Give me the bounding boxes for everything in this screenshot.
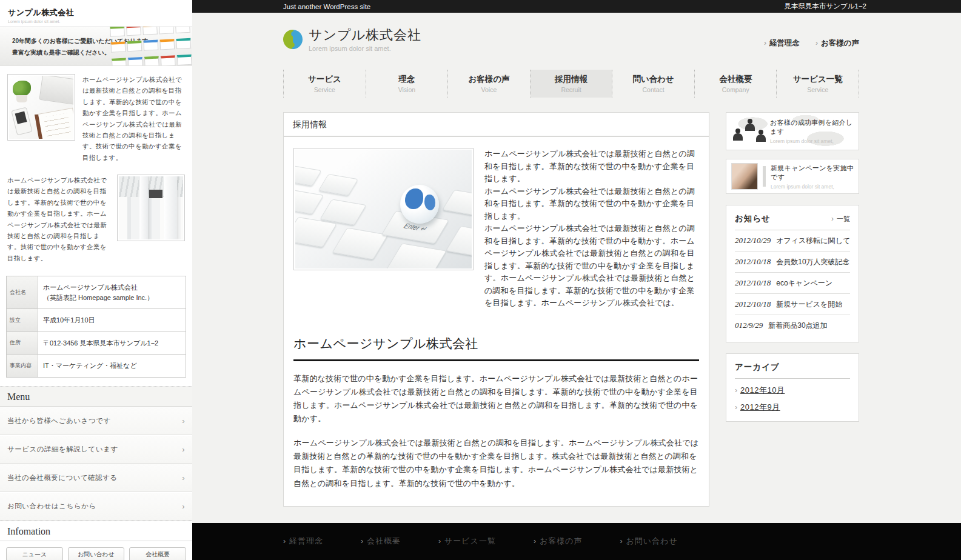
row-label: 事業内容 bbox=[7, 355, 38, 377]
sidebar-information: Infomation ニュース お問い合わせ 会社概要 bbox=[0, 521, 192, 560]
footer-link-voice[interactable]: ›お客様の声 bbox=[534, 536, 583, 547]
news-item[interactable]: 2012/10/18 新規サービスを開始 bbox=[735, 294, 850, 315]
chevron-right-icon: › bbox=[361, 537, 364, 545]
archive-link-sep[interactable]: ›2012年9月 bbox=[735, 402, 850, 413]
chevron-right-icon: › bbox=[815, 39, 818, 47]
chevron-right-icon: › bbox=[182, 445, 185, 454]
site-logo[interactable]: サンプル株式会社 Lorem ipsum dolor sit amet. bbox=[283, 26, 421, 52]
sidebar-about-block-2: ホームページサンプル株式会社では最新技術と自然との調和を目指します。革新的な技術… bbox=[0, 167, 192, 267]
page-title: 採用情報 bbox=[284, 113, 709, 136]
news-button[interactable]: ニュース bbox=[6, 547, 63, 560]
tab-company[interactable]: 会社概要 Company bbox=[695, 70, 777, 98]
chevron-right-icon: › bbox=[283, 537, 286, 545]
menu-title: Menu bbox=[0, 387, 192, 407]
table-row: 会社名 ホームページサンプル株式会社 （英語表記 Homepage sample… bbox=[7, 276, 186, 309]
menu-item-company-overview[interactable]: 当社の会社概要について確認する › bbox=[0, 464, 192, 492]
right-sidebar: お客様の成功事例を紹介します Lorem ipsum dolor sit ame… bbox=[726, 112, 859, 422]
row-label: 住所 bbox=[7, 332, 38, 355]
archive-box: アーカイブ ›2012年10月 ›2012年9月 bbox=[726, 353, 859, 422]
row-value: 平成10年1月10日 bbox=[38, 309, 186, 332]
page: サンプル株式会社 Lorem ipsum dolor sit amet. 20年… bbox=[0, 0, 961, 560]
archive-title: アーカイブ bbox=[735, 362, 780, 373]
logo-icon bbox=[281, 28, 304, 51]
chevron-right-icon: › bbox=[735, 386, 737, 395]
chevron-right-icon: › bbox=[735, 403, 737, 412]
header-link-voice[interactable]: ›お客様の声 bbox=[815, 38, 859, 48]
footer-link-philosophy[interactable]: ›経営理念 bbox=[283, 536, 323, 547]
menu-item-contact[interactable]: お問い合わせはこちらから › bbox=[0, 492, 192, 521]
row-label: 会社名 bbox=[7, 276, 38, 308]
header-link-philosophy[interactable]: ›経営理念 bbox=[764, 38, 800, 48]
recruit-article: 採用情報 bbox=[283, 112, 709, 507]
tab-service-list[interactable]: サービス一覧 Service bbox=[777, 70, 859, 98]
site-name: サンプル株式会社 bbox=[309, 26, 421, 44]
success-stories-banner[interactable]: お客様の成功事例を紹介します Lorem ipsum dolor sit ame… bbox=[726, 112, 859, 150]
menu-item-service-detail[interactable]: サービスの詳細を解説しています › bbox=[0, 435, 192, 464]
company-button[interactable]: 会社概要 bbox=[129, 547, 186, 560]
chevron-right-icon: › bbox=[182, 416, 185, 425]
tab-service[interactable]: サービス Service bbox=[284, 70, 366, 98]
news-item[interactable]: 2012/10/18 ecoキャンペーン bbox=[735, 273, 850, 294]
body-paragraph-1: 革新的な技術で世の中を動かす企業を目指します。ホームページサンプル株式会社では最… bbox=[293, 372, 699, 425]
sidebar-site-name: サンプル株式会社 bbox=[8, 7, 184, 18]
sidebar-promo-banner[interactable]: 20年間多くのお客様にご愛顧いただいております。 豊富な実績も是非ご確認ください… bbox=[0, 26, 192, 66]
sidebar-site-tagline: Lorem ipsum dolor sit amet. bbox=[8, 19, 184, 24]
tab-recruit[interactable]: 採用情報 Recruit bbox=[531, 70, 613, 98]
row-value: IT・マーケティング・福祉など bbox=[38, 355, 186, 377]
news-item[interactable]: 012/9/29 新着商品30点追加 bbox=[735, 315, 850, 336]
website-thumbnails-image bbox=[110, 26, 192, 66]
body-paragraph-2: ホームページサンプル株式会社では最新技術と自然との調和を目指します。ホームページ… bbox=[293, 436, 699, 490]
chevron-right-icon: › bbox=[831, 215, 834, 223]
tab-voice[interactable]: お客様の声 Voice bbox=[448, 70, 531, 98]
chevron-right-icon: › bbox=[182, 502, 185, 511]
footer-link-company[interactable]: ›会社概要 bbox=[361, 536, 401, 547]
main-navigation: サービス Service 理念 Vision お客様の声 Voice 採用情報 … bbox=[283, 70, 859, 98]
tab-vision[interactable]: 理念 Vision bbox=[366, 70, 449, 98]
sidebar-about-block-1: ホームページサンプル株式会社では最新技術と自然との調和を目指します。革新的な技術… bbox=[0, 66, 192, 167]
menu-item-greeting[interactable]: 当社から皆様へごあいさつです › bbox=[0, 407, 192, 435]
address-text: 見本県見本市サンプル1−2 bbox=[784, 2, 866, 11]
chevron-right-icon: › bbox=[182, 473, 185, 482]
divider-bar bbox=[763, 166, 766, 187]
contact-button[interactable]: お問い合わせ bbox=[68, 547, 125, 560]
business-people-image bbox=[726, 113, 770, 150]
left-sidebar: サンプル株式会社 Lorem ipsum dolor sit amet. 20年… bbox=[0, 0, 192, 554]
globe-icon bbox=[400, 185, 439, 224]
wordpress-tagline: Just another WordPress site bbox=[283, 3, 370, 10]
sidebar-menu: Menu 当社から皆様へごあいさつです › サービスの詳細を解説しています › … bbox=[0, 386, 192, 521]
news-more-link[interactable]: ›一覧 bbox=[831, 215, 850, 224]
chevron-right-icon: › bbox=[764, 39, 766, 47]
header-links: ›経営理念 ›お客様の声 bbox=[764, 30, 859, 48]
main-column: Just another WordPress site 見本県見本市サンプル1−… bbox=[192, 0, 961, 523]
chevron-right-icon: › bbox=[534, 537, 537, 545]
recruit-intro-text: ホームページサンプル株式会社では最新技術と自然との調和を目指します。革新的な技術… bbox=[484, 148, 699, 310]
table-row: 事業内容 IT・マーケティング・福祉など bbox=[7, 355, 186, 378]
company-info-table: 会社名 ホームページサンプル株式会社 （英語表記 Homepage sample… bbox=[6, 276, 186, 378]
about-text-2: ホームページサンプル株式会社では最新技術と自然との調和を目指します。革新的な技術… bbox=[7, 175, 110, 264]
site-header: サンプル株式会社 Lorem ipsum dolor sit amet. ›経営… bbox=[283, 13, 859, 65]
news-box: お知らせ ›一覧 2012/10/29 オフィス移転に関して 2012/10/1… bbox=[726, 205, 859, 342]
chevron-right-icon: › bbox=[438, 537, 441, 545]
archive-link-oct[interactable]: ›2012年10月 bbox=[735, 385, 850, 396]
row-value: 〒012-3456 見本県見本市サンプル1−2 bbox=[38, 332, 186, 355]
chevron-right-icon: › bbox=[620, 537, 623, 545]
footer-link-contact[interactable]: ›お問い合わせ bbox=[620, 536, 678, 547]
campaign-photo bbox=[731, 163, 758, 190]
top-bar: Just another WordPress site 見本県見本市サンプル1−… bbox=[192, 0, 961, 13]
table-row: 設立 平成10年1月10日 bbox=[7, 309, 186, 332]
news-title: お知らせ bbox=[735, 213, 771, 224]
building-interior-photo bbox=[117, 175, 185, 241]
sidebar-logo[interactable]: サンプル株式会社 Lorem ipsum dolor sit amet. bbox=[0, 0, 192, 26]
tab-contact[interactable]: 問い合わせ Contact bbox=[612, 70, 695, 98]
news-item[interactable]: 2012/10/29 オフィス移転に関して bbox=[735, 230, 850, 252]
campaign-banner[interactable]: 新規キャンペーンを実施中です Lorem ipsum dolor sit ame… bbox=[726, 159, 859, 194]
table-row: 住所 〒012-3456 見本県見本市サンプル1−2 bbox=[7, 332, 186, 355]
site-tagline: Lorem ipsum dolor sit amet. bbox=[309, 45, 421, 52]
news-item[interactable]: 2012/10/18 会員数10万人突破記念 bbox=[735, 252, 850, 273]
about-text-1: ホームページサンプル株式会社では最新技術と自然との調和を目指します。革新的な技術… bbox=[82, 74, 185, 163]
footer-links: ›経営理念 ›会社概要 ›サービス一覧 ›お客様の声 ›お問い合わせ bbox=[283, 536, 859, 547]
row-label: 設立 bbox=[7, 309, 38, 332]
footer-link-service-list[interactable]: ›サービス一覧 bbox=[438, 536, 496, 547]
desk-plant-photo bbox=[7, 74, 75, 141]
row-value: ホームページサンプル株式会社 （英語表記 Homepage sample Inc… bbox=[38, 276, 186, 308]
